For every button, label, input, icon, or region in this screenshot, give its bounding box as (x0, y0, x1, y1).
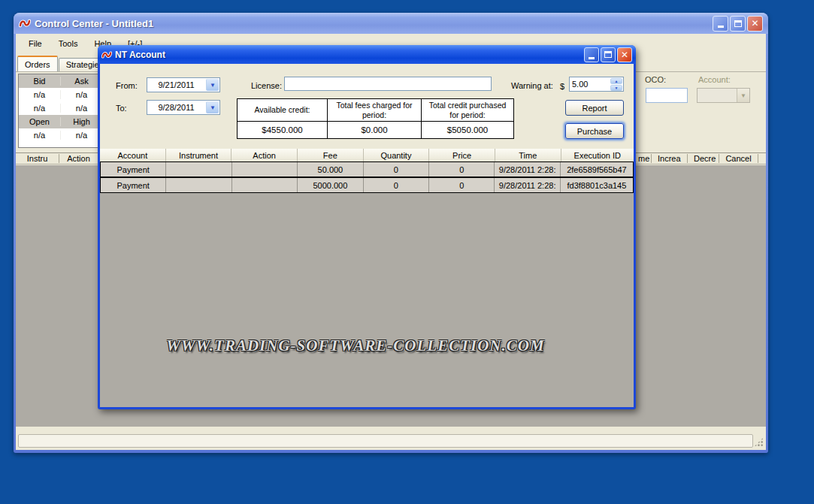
purchase-button[interactable]: Purchase (565, 123, 624, 139)
total-credit-header: Total credit purchased for period: (422, 99, 513, 122)
table-row[interactable]: Payment 50.000 0 0 9/28/2011 2:28: 2fe65… (100, 161, 634, 177)
status-bar (16, 432, 766, 450)
open-high-header: Open High (19, 115, 102, 128)
column-header-action[interactable]: Action (59, 154, 98, 163)
tab-orders[interactable]: Orders (17, 56, 58, 71)
chevron-down-icon: ▼ (737, 89, 749, 102)
cell-account: Payment (101, 162, 166, 177)
column-header-action[interactable]: Action (231, 149, 298, 161)
cell-instrument (166, 162, 231, 177)
cell-fee: 5000.000 (298, 178, 363, 192)
from-date-value: 9/21/2011 (147, 78, 205, 92)
window-title: Control Center - Untitled1 (35, 18, 153, 29)
menu-file[interactable]: File (20, 36, 50, 51)
license-label: License: (251, 81, 282, 90)
to-date-value: 9/28/2011 (147, 101, 205, 114)
cell-execution-id: fd3f8801c3a145 (561, 178, 633, 192)
open-header: Open (19, 117, 60, 126)
close-icon: ✕ (751, 19, 758, 28)
chevron-down-icon[interactable]: ▼ (206, 101, 219, 113)
total-fees-value: $0.000 (328, 122, 422, 138)
chevron-down-icon[interactable]: ▼ (206, 79, 219, 91)
warning-amount-input[interactable] (570, 77, 610, 91)
ask-header: Ask (60, 77, 102, 86)
desktop-background: Control Center - Untitled1 ✕ File Tools … (0, 0, 814, 504)
column-header-execution-id[interactable]: Execution ID (561, 149, 634, 161)
total-fees-header: Total fees charged for period: (328, 99, 422, 122)
menu-tools[interactable]: Tools (50, 36, 86, 51)
column-header-instrument[interactable]: Instru (16, 154, 59, 163)
column-header-decrease[interactable]: Decre (688, 154, 719, 163)
high-header: High (60, 117, 102, 126)
credit-summary-values: $4550.000 $0.000 $5050.000 (238, 122, 513, 138)
currency-symbol: $ (560, 82, 564, 91)
account-select[interactable]: ▼ (697, 88, 750, 103)
column-header-time[interactable]: Time (495, 149, 561, 161)
cell-account: Payment (101, 178, 166, 192)
minimize-icon (718, 26, 724, 28)
transactions-list-background (100, 161, 634, 407)
column-header-account[interactable]: Account (100, 149, 166, 161)
nt-account-client-area: From: 9/21/2011 ▼ To: 9/28/2011 ▼ Licens… (100, 64, 634, 407)
available-credit-header: Available credit: (238, 99, 328, 122)
spinner-down-icon[interactable]: ▼ (610, 85, 622, 91)
warning-amount-spinner[interactable]: ▲ ▼ (569, 77, 624, 92)
bid-value: n/a (19, 104, 60, 113)
column-header-fee[interactable]: Fee (298, 149, 364, 161)
cell-quantity: 0 (364, 162, 429, 177)
to-label: To: (116, 104, 127, 113)
table-row[interactable]: Payment 5000.000 0 0 9/28/2011 2:28: fd3… (100, 177, 634, 193)
spinner-up-icon[interactable]: ▲ (610, 78, 622, 84)
license-input[interactable] (284, 77, 492, 91)
ask-value: n/a (60, 90, 102, 99)
column-header-price[interactable]: Price (429, 149, 495, 161)
dialog-close-button[interactable]: ✕ (617, 47, 632, 62)
maximize-button[interactable] (730, 16, 746, 32)
column-header-increase[interactable]: Increa (652, 154, 688, 163)
minimize-button[interactable] (713, 16, 728, 32)
minimize-icon (589, 57, 595, 59)
available-credit-value: $4550.000 (238, 122, 328, 138)
column-header-quantity[interactable]: Quantity (364, 149, 430, 161)
column-header-cancel[interactable]: Cancel (719, 154, 758, 163)
column-header-instrument[interactable]: Instrument (166, 149, 232, 161)
control-center-titlebar[interactable]: Control Center - Untitled1 ✕ (14, 13, 768, 34)
from-date-combo[interactable]: 9/21/2011 ▼ (147, 77, 220, 92)
cell-time: 9/28/2011 2:28: (495, 162, 560, 177)
watermark-text: WWW.TRADING-SOFTWARE-COLLECTION.COM (100, 337, 611, 355)
credit-summary-header: Available credit: Total fees charged for… (238, 99, 513, 122)
cell-execution-id: 2fe6589f565b47 (561, 162, 633, 177)
cell-time: 9/28/2011 2:28: (495, 178, 560, 192)
quote-row: n/a n/a (19, 88, 102, 101)
oco-input[interactable] (646, 88, 688, 103)
close-icon: ✕ (621, 50, 628, 59)
bid-header: Bid (19, 77, 60, 86)
nt-account-dialog: NT Account ✕ From: 9/21/2011 ▼ To: 9/28/… (98, 45, 636, 409)
dialog-minimize-button[interactable] (584, 47, 599, 62)
close-button[interactable]: ✕ (747, 16, 763, 32)
dialog-title: NT Account (115, 50, 165, 60)
ninjatrader-logo-icon (19, 17, 31, 29)
to-date-combo[interactable]: 9/28/2011 ▼ (147, 100, 220, 115)
total-credit-value: $5050.000 (422, 122, 513, 138)
warning-at-label: Warning at: (511, 81, 553, 90)
cell-quantity: 0 (364, 178, 429, 192)
cell-price: 0 (429, 178, 495, 192)
dialog-maximize-button[interactable] (601, 47, 616, 62)
nt-account-titlebar[interactable]: NT Account ✕ (98, 45, 636, 64)
report-button[interactable]: Report (565, 100, 624, 116)
quote-row: n/a n/a (19, 101, 102, 115)
account-label: Account: (698, 75, 731, 84)
high-value: n/a (60, 131, 102, 140)
cell-action (232, 178, 298, 192)
ask-value: n/a (60, 104, 102, 113)
from-label: From: (116, 81, 138, 90)
ohlc-row: n/a n/a (19, 128, 102, 142)
transactions-grid: Account Instrument Action Fee Quantity P… (100, 149, 634, 193)
cell-instrument (166, 178, 231, 192)
status-bar-panel (18, 434, 753, 448)
resize-grip[interactable] (754, 437, 764, 447)
cell-price: 0 (429, 162, 495, 177)
maximize-icon (734, 20, 742, 27)
ninjatrader-logo-icon (101, 50, 112, 60)
